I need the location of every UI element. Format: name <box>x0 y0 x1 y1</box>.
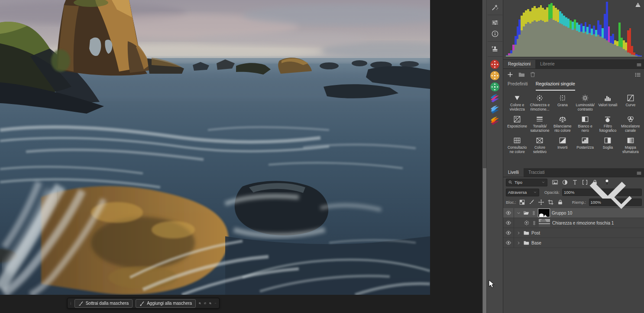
warning-icon[interactable] <box>635 2 641 8</box>
document-canvas[interactable] <box>0 0 430 295</box>
adj-balance-icon <box>559 115 566 123</box>
right-panel-column: Regolazioni Librerie Predefiniti Regolaz… <box>503 0 644 313</box>
layer-row[interactable]: Chiarezza e rimozione foschia 1 <box>503 218 644 228</box>
sidebar-brushes-magenta-button[interactable] <box>489 92 502 104</box>
adjustment-adj-mixer[interactable]: Miscelatore canale <box>619 115 642 133</box>
adjustment-adj-lookup[interactable]: Consultazio ne colore <box>506 137 528 154</box>
adj-curves-icon <box>627 94 634 102</box>
adj-gradmap-icon <box>627 137 634 144</box>
lock-paint-icon[interactable] <box>528 199 535 205</box>
layer-visibility-toggle[interactable] <box>503 238 514 248</box>
add-to-mask-button[interactable]: Aggiungi alla maschera <box>136 299 196 308</box>
adjustment-label: Miscelatore canale <box>620 124 641 133</box>
tab-regolazioni[interactable]: Regolazioni <box>503 60 535 68</box>
layer-row[interactable]: Gruppo 10 <box>503 208 644 218</box>
adj-selective-icon <box>536 137 544 144</box>
layer-row[interactable]: Base <box>503 238 644 248</box>
brush-plus-icon <box>139 301 145 306</box>
adj-tri-icon <box>513 94 521 102</box>
list-view-icon[interactable] <box>634 72 641 78</box>
adjustment-adj-levels[interactable]: Valori tonali <box>596 94 619 111</box>
adjustment-adj-sun[interactable]: Luminosità/ contrasto <box>574 94 596 111</box>
layer-row[interactable]: Post <box>503 228 644 238</box>
fill-input[interactable]: 100% <box>589 199 642 206</box>
adjustment-label: Inverti <box>552 145 573 150</box>
layer-visibility-toggle[interactable] <box>503 208 514 218</box>
adjustment-adj-curves[interactable]: Curve <box>619 94 642 111</box>
sidebar-panel-green-button[interactable] <box>489 81 502 92</box>
mask-options-icon[interactable] <box>209 300 211 306</box>
blend-mode-select[interactable]: Attraversa <box>506 189 539 196</box>
layer-name: Base <box>531 241 541 245</box>
histogram-panel <box>503 0 644 60</box>
adjustment-adj-photofilter[interactable]: Filtro fotografico <box>596 115 619 133</box>
adjustment-adj-huesat[interactable]: Tonalità/ saturazione <box>528 115 551 133</box>
delete-adjustment-button[interactable] <box>529 71 536 78</box>
adjustment-adj-grain[interactable]: Grana <box>551 94 574 111</box>
adjustment-sundots[interactable]: Chiarezza e rimozione... <box>528 94 551 111</box>
panel-menu-icon[interactable] <box>636 62 642 67</box>
scrollbar-thumb[interactable] <box>483 168 486 313</box>
lock-all-icon[interactable] <box>557 199 563 205</box>
adjustment-adj-exposure[interactable]: Esposizione <box>506 115 528 133</box>
adjustment-label: Colore e vividezza <box>506 103 528 111</box>
seascape-photo <box>0 0 430 295</box>
layer-mask-thumbnail[interactable] <box>538 209 550 217</box>
sidebar-properties-button[interactable] <box>489 17 502 28</box>
sidebar-brushes-blue-button[interactable] <box>489 104 502 115</box>
adjustment-adj-invert[interactable]: Inverti <box>551 137 574 154</box>
adjustment-adj-balance[interactable]: Bilanciame nto colore <box>551 115 574 133</box>
layer-visibility-toggle[interactable] <box>503 218 514 228</box>
adjustments-subtabs: Predefiniti Regolazioni singole <box>503 80 644 91</box>
tab-tracciati[interactable]: Tracciati <box>524 168 549 177</box>
brush-swirl-icon <box>490 104 500 114</box>
sidebar-brushes-orange-button[interactable] <box>489 115 502 126</box>
chevron-down-icon[interactable] <box>516 211 521 215</box>
adjustment-adj-gradmap[interactable]: Mappa sfumatura <box>619 137 642 154</box>
adjustment-adj-bw[interactable]: Bianco e nero <box>574 115 596 133</box>
tab-librerie[interactable]: Librerie <box>535 60 559 68</box>
adjustment-adj-threshold[interactable]: Soglia <box>596 137 619 154</box>
adjustments-grid: Colore e vividezzaChiarezza e rimozione.… <box>503 91 644 154</box>
sidebar-panel-red-button[interactable] <box>489 59 502 70</box>
adjustment-label: Grana <box>552 103 573 107</box>
disable-mask-icon[interactable] <box>204 300 206 306</box>
layer-visibility-toggle[interactable] <box>503 228 514 238</box>
adj-threshold-icon <box>604 137 612 144</box>
adjustment-layers-filter-icon[interactable] <box>562 179 568 186</box>
adjustment-adj-tri[interactable]: Colore e vividezza <box>506 94 528 111</box>
adj-invert-icon <box>559 137 566 144</box>
adjustments-actions <box>503 69 644 80</box>
adj-posterize-icon <box>581 137 589 144</box>
lock-artboard-icon[interactable] <box>547 199 554 205</box>
drag-handle[interactable] <box>70 300 71 307</box>
more-options-icon[interactable] <box>214 300 217 306</box>
adjustment-adj-posterize[interactable]: Posterizza <box>574 137 596 154</box>
adjustment-label: Mappa sfumatura <box>620 145 641 154</box>
group-adjustments-button[interactable] <box>518 71 525 78</box>
layer-mask-thumbnail[interactable] <box>539 219 550 227</box>
sidebar-info-button[interactable] <box>489 28 502 39</box>
adjustment-label: Chiarezza e rimozione... <box>529 103 550 111</box>
image-layers-filter-icon[interactable] <box>552 179 558 186</box>
subtract-from-mask-button[interactable]: Sottrai dalla maschera <box>74 299 133 308</box>
chevron-right-icon[interactable] <box>516 241 521 245</box>
blend-mode-value: Attraversa <box>508 190 527 195</box>
lock-transparency-icon[interactable] <box>519 199 525 205</box>
invert-mask-icon[interactable] <box>199 300 201 306</box>
adjustment-adj-selective[interactable]: Colore selettivo <box>528 137 551 154</box>
subtab-predefiniti[interactable]: Predefiniti <box>508 81 528 91</box>
panel-menu-icon[interactable] <box>636 170 642 176</box>
sidebar-panel-yellow-button[interactable] <box>489 70 502 81</box>
chevron-right-icon[interactable] <box>516 231 521 235</box>
filter-type-select[interactable]: Tipo <box>506 179 547 186</box>
add-adjustment-button[interactable] <box>507 71 514 78</box>
lock-position-icon[interactable] <box>538 199 544 205</box>
circle-arrows-icon <box>490 71 500 81</box>
subtab-regolazioni-singole[interactable]: Regolazioni singole <box>536 81 575 91</box>
tab-livelli[interactable]: Livelli <box>503 168 524 177</box>
layers-lock-row: Bloc.: Riemp.: 100% <box>503 197 644 207</box>
sidebar-clone-source-button[interactable] <box>489 43 502 55</box>
adjustment-label: Soglia <box>597 145 618 150</box>
sidebar-ai-enhance-button[interactable] <box>489 2 502 13</box>
